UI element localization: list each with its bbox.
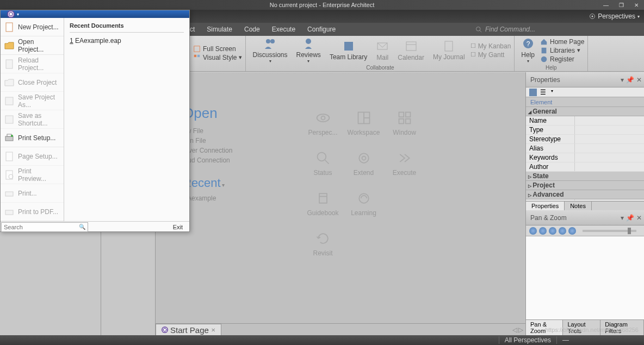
save-as-item[interactable]: Save Project As... bbox=[1, 92, 64, 110]
find-command[interactable]: Find Command... bbox=[475, 26, 535, 33]
element-bar[interactable]: Element bbox=[526, 97, 644, 107]
pin-icon[interactable]: 📌 bbox=[626, 76, 634, 84]
pan-zoom-canvas[interactable] bbox=[526, 236, 644, 319]
journal-button[interactable]: My Journal bbox=[430, 39, 468, 62]
learning-tile[interactable]: Learning bbox=[343, 191, 384, 217]
workspace-tile[interactable]: Workspace bbox=[343, 110, 384, 136]
zoom-out-icon[interactable] bbox=[539, 227, 547, 235]
properties-tab[interactable]: Properties bbox=[526, 202, 565, 210]
prop-val[interactable] bbox=[575, 153, 644, 162]
team-library-button[interactable]: Team Library bbox=[326, 39, 370, 62]
status-seg: — bbox=[556, 336, 574, 344]
help-button[interactable]: ?Help▾ bbox=[518, 36, 538, 65]
printer-icon bbox=[4, 133, 15, 143]
zoom-icon[interactable] bbox=[559, 227, 566, 235]
exit-button[interactable]: Exit bbox=[166, 224, 189, 230]
visual-style-button[interactable]: Visual Style ▾ bbox=[193, 54, 242, 61]
reviews-button[interactable]: Reviews▾ bbox=[293, 36, 324, 65]
discussions-button[interactable]: Discussions▾ bbox=[249, 36, 290, 65]
svg-rect-43 bbox=[6, 152, 13, 161]
svg-point-20 bbox=[317, 114, 329, 122]
svg-point-32 bbox=[362, 156, 366, 160]
nav-left-icon[interactable]: ◁ bbox=[512, 326, 517, 334]
libraries-button[interactable]: Libraries ▾ bbox=[540, 47, 584, 54]
close-button[interactable]: ✕ bbox=[629, 0, 644, 10]
revisit-tile[interactable]: Revisit bbox=[302, 231, 343, 257]
prop-val[interactable] bbox=[575, 126, 644, 134]
perspectives-status[interactable]: All Perspectives bbox=[499, 336, 556, 344]
perspec-tile[interactable]: Perspec... bbox=[302, 110, 343, 136]
page-icon bbox=[4, 151, 15, 162]
perspectives-button[interactable]: Perspectives ▾ bbox=[589, 12, 640, 20]
ribbon-tab[interactable]: ct bbox=[190, 26, 195, 33]
execute-tile[interactable]: Execute bbox=[384, 150, 425, 177]
print-preview-item[interactable]: Print Preview... bbox=[1, 166, 64, 184]
chevron-down-icon[interactable]: ▾ bbox=[551, 89, 559, 96]
zoom-slider[interactable] bbox=[583, 230, 636, 232]
search-icon bbox=[315, 150, 331, 166]
status-tile[interactable]: Status bbox=[302, 150, 343, 177]
ribbon-tab[interactable]: Execute bbox=[272, 26, 295, 33]
nav-right-icon[interactable]: ▷ bbox=[518, 326, 523, 334]
dropdown-icon[interactable]: ▾ bbox=[621, 76, 624, 84]
zoom-fit-icon[interactable] bbox=[549, 227, 556, 235]
save-icon[interactable] bbox=[529, 89, 537, 96]
search-input[interactable] bbox=[4, 224, 79, 230]
open-project-item[interactable]: Open Project... bbox=[1, 36, 64, 55]
print-pdf-item[interactable]: Print to PDF... bbox=[1, 203, 64, 221]
ribbon-tab[interactable]: Code bbox=[244, 26, 260, 33]
window-tile[interactable]: Window bbox=[384, 110, 425, 136]
print-item[interactable]: Print... bbox=[1, 184, 64, 203]
mail-button[interactable]: Mail bbox=[373, 39, 392, 62]
save-shortcut-item[interactable]: Save as Shortcut... bbox=[1, 110, 64, 129]
preview-icon bbox=[4, 170, 15, 180]
dropdown-icon[interactable]: ▾ bbox=[621, 214, 624, 222]
recent-doc-item[interactable]: 1 EAexample.eap bbox=[70, 36, 184, 46]
start-page: Open ew File pen File erver Connection l… bbox=[156, 72, 525, 335]
svg-rect-26 bbox=[405, 112, 410, 117]
zoom-icon[interactable] bbox=[568, 227, 576, 235]
zoom-in-icon[interactable] bbox=[529, 227, 537, 235]
register-button[interactable]: Register bbox=[540, 55, 584, 63]
pin-icon[interactable]: 📌 bbox=[626, 214, 634, 222]
page-setup-item[interactable]: Page Setup... bbox=[1, 147, 64, 166]
journal-icon bbox=[442, 40, 455, 53]
ribbon-tab[interactable]: Simulate bbox=[207, 26, 232, 33]
close-project-item[interactable]: Close Project bbox=[1, 73, 64, 92]
minimize-button[interactable]: — bbox=[598, 0, 614, 10]
section-advanced[interactable]: Advanced bbox=[526, 190, 644, 199]
menu-icon[interactable]: ☰ bbox=[540, 89, 548, 96]
close-icon[interactable]: ✕ bbox=[636, 214, 642, 222]
full-screen-button[interactable]: Full Screen bbox=[193, 45, 242, 53]
guidebook-tile[interactable]: Guidebook bbox=[302, 191, 343, 217]
prop-val[interactable] bbox=[575, 162, 644, 171]
section-state[interactable]: State bbox=[526, 172, 644, 181]
library-icon bbox=[342, 40, 355, 53]
svg-rect-38 bbox=[5, 97, 13, 105]
calendar-button[interactable]: Calendar bbox=[394, 39, 428, 62]
file-menu-header[interactable]: ▾ bbox=[1, 10, 189, 18]
pan-zoom-panel-header: Pan & Zoom ▾📌✕ bbox=[526, 210, 644, 225]
section-general[interactable]: General bbox=[526, 107, 644, 116]
ribbon-tab[interactable]: Configure bbox=[307, 26, 336, 33]
prop-val[interactable] bbox=[575, 144, 644, 153]
restore-button[interactable]: ❐ bbox=[614, 0, 629, 10]
notes-tab[interactable]: Notes bbox=[565, 202, 592, 210]
gantt-button[interactable]: ☐ My Gantt bbox=[470, 51, 511, 59]
reload-project-item[interactable]: Reload Project... bbox=[1, 55, 64, 73]
file-menu: ▾ New Project... Open Project... Reload … bbox=[0, 10, 190, 232]
mail-icon bbox=[376, 40, 389, 53]
kanban-button[interactable]: ☐ My Kanban bbox=[470, 42, 511, 50]
new-project-item[interactable]: New Project... bbox=[1, 18, 64, 36]
close-icon[interactable]: ✕ bbox=[636, 76, 642, 84]
prop-val[interactable] bbox=[575, 116, 644, 125]
prop-val[interactable] bbox=[575, 135, 644, 143]
window-icon bbox=[397, 110, 412, 126]
home-page-button[interactable]: Home Page bbox=[540, 38, 584, 46]
search-icon[interactable]: 🔍 bbox=[79, 224, 85, 230]
start-page-tab[interactable]: Start Page ✕ bbox=[156, 324, 221, 336]
close-icon[interactable]: ✕ bbox=[211, 327, 215, 333]
section-project[interactable]: Project bbox=[526, 181, 644, 190]
extend-tile[interactable]: Extend bbox=[343, 150, 384, 177]
print-setup-item[interactable]: Print Setup... bbox=[1, 129, 64, 147]
